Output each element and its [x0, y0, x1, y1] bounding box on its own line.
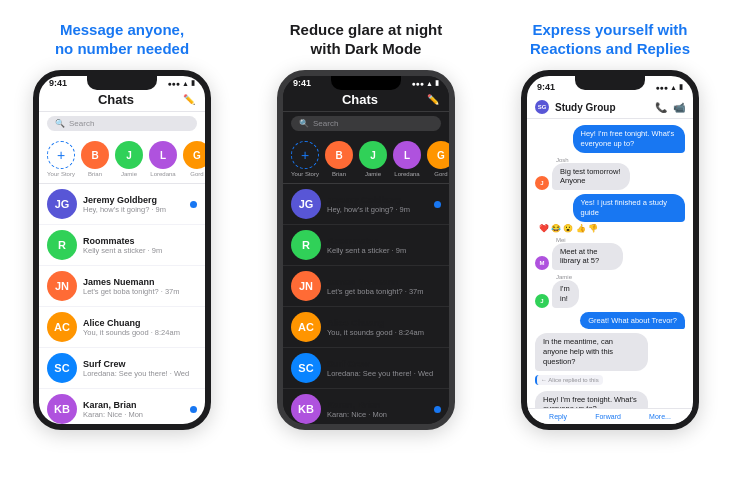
- sender-jamie: Jamie: [552, 274, 588, 280]
- chat-item-alice-dark[interactable]: AC Alice Chuang You, it sounds good · 8:…: [283, 307, 449, 348]
- panel-dark: Reduce glare at nightwith Dark Mode 9:41…: [244, 0, 488, 503]
- unread-dot-karan: [190, 406, 197, 413]
- group-avatar: SG: [535, 100, 549, 114]
- edit-icon[interactable]: ✏️: [183, 94, 195, 105]
- avatar-james: JN: [47, 271, 77, 301]
- bottom-actions: Reply Forward More...: [527, 408, 693, 424]
- chats-header: Chats ✏️: [39, 88, 205, 112]
- chat-item-alice[interactable]: AC Alice Chuang You, it sounds good · 8:…: [39, 307, 205, 348]
- story-your-label-dark: Your Story: [291, 171, 319, 177]
- chat-preview-karan-dark: Karan: Nice · Mon: [327, 410, 428, 419]
- msg-row-1: Hey! I'm free tonight. What's everyone u…: [535, 125, 685, 153]
- avatar-surf: SC: [47, 353, 77, 383]
- avatar-james-dark: JN: [291, 271, 321, 301]
- story-your[interactable]: + Your Story: [47, 141, 75, 177]
- chat-name-james: James Nuemann: [83, 277, 197, 287]
- story-brian-label-dark: Brian: [332, 171, 346, 177]
- story-add-btn-dark[interactable]: +: [291, 141, 319, 169]
- avatar-jeremy: JG: [47, 189, 77, 219]
- story-brian[interactable]: B Brian: [81, 141, 109, 177]
- story-your-dark[interactable]: + Your Story: [291, 141, 319, 177]
- story-avatar-jamie: J: [115, 141, 143, 169]
- avatar-roommates: R: [47, 230, 77, 260]
- chat-preview-roommates: Kelly sent a sticker · 9m: [83, 246, 197, 255]
- search-placeholder-dark: Search: [313, 119, 338, 128]
- msg-row-6: Great! What about Trevor?: [535, 312, 685, 330]
- story-jamie[interactable]: J Jamie: [115, 141, 143, 177]
- chat-name-james-dark: James Nuemann: [327, 277, 441, 287]
- msg-bubble-2: Big test tomorrow! Anyone: [552, 163, 630, 191]
- reaction-bar: ❤️ 😂 😮 👍 👎: [535, 224, 685, 233]
- search-icon-dark: 🔍: [299, 119, 309, 128]
- chat-name-karan-dark: Karan, Brian: [327, 400, 428, 410]
- avatar-roommates-dark: R: [291, 230, 321, 260]
- story-brian-dark[interactable]: B Brian: [325, 141, 353, 177]
- chat-name-roommates-dark: Roommates: [327, 236, 441, 246]
- unread-dot-karan-dark: [434, 406, 441, 413]
- chat-meta-jeremy-dark: [434, 201, 441, 208]
- story-jamie-label: Jamie: [121, 171, 137, 177]
- chat-preview-alice-dark: You, it sounds good · 8:24am: [327, 328, 441, 337]
- chat-item-surf-dark[interactable]: SC Surf Crew Loredana: See you there! · …: [283, 348, 449, 389]
- edit-icon-dark[interactable]: ✏️: [427, 94, 439, 105]
- chat-item-jeremy-dark[interactable]: JG Jeremy Goldberg Hey, how's it going? …: [283, 184, 449, 225]
- chat-meta-karan-dark: [434, 406, 441, 413]
- avatar-josh: J: [535, 176, 549, 190]
- search-bar-light[interactable]: 🔍 Search: [47, 116, 197, 131]
- story-jamie-dark[interactable]: J Jamie: [359, 141, 387, 177]
- chat-item-roommates-dark[interactable]: R Roommates Kelly sent a sticker · 9m: [283, 225, 449, 266]
- chat-name-jeremy: Jeremy Goldberg: [83, 195, 184, 205]
- chat-info-alice-dark: Alice Chuang You, it sounds good · 8:24a…: [327, 318, 441, 337]
- chat-item-jeremy[interactable]: JG Jeremy Goldberg Hey, how's it going? …: [39, 184, 205, 225]
- video-icon[interactable]: 📹: [673, 102, 685, 113]
- story-loredana-label-dark: Loredana: [394, 171, 419, 177]
- chat-item-james[interactable]: JN James Nuemann Let's get boba tonight?…: [39, 266, 205, 307]
- panel-3-caption: Express yourself withReactions and Repli…: [530, 18, 690, 60]
- chat-meta-jeremy: [190, 201, 197, 208]
- story-loredana-dark[interactable]: L Loredana: [393, 141, 421, 177]
- story-gord-label: Gord: [190, 171, 203, 177]
- avatar-jamie-convo: J: [535, 294, 549, 308]
- reply-btn[interactable]: Reply: [549, 413, 567, 420]
- chat-info-james: James Nuemann Let's get boba tonight? · …: [83, 277, 197, 296]
- chat-info-alice: Alice Chuang You, it sounds good · 8:24a…: [83, 318, 197, 337]
- chat-name-roommates: Roommates: [83, 236, 197, 246]
- unread-dot-jeremy-dark: [434, 201, 441, 208]
- story-add-btn[interactable]: +: [47, 141, 75, 169]
- msg-bubble-1: Hey! I'm free tonight. What's everyone u…: [573, 125, 686, 153]
- panel-light: Message anyone,no number needed 9:41 ●●●…: [0, 0, 244, 503]
- story-brian-label: Brian: [88, 171, 102, 177]
- chat-item-karan-dark[interactable]: KB Karan, Brian Karan: Nice · Mon: [283, 389, 449, 430]
- chats-title-dark: Chats: [293, 92, 427, 107]
- group-title: Study Group: [555, 102, 649, 113]
- story-gord[interactable]: G Gord: [183, 141, 211, 177]
- chat-item-james-dark[interactable]: JN James Nuemann Let's get boba tonight?…: [283, 266, 449, 307]
- more-btn[interactable]: More...: [649, 413, 671, 420]
- msg-row-7: In the meantime, can anyone help with th…: [535, 333, 685, 370]
- forward-btn[interactable]: Forward: [595, 413, 621, 420]
- status-icons-dark: ●●●▲▮: [411, 79, 439, 87]
- chat-item-surf[interactable]: SC Surf Crew Loredana: See you there! · …: [39, 348, 205, 389]
- status-icons-convo: ●●●▲▮: [655, 83, 683, 91]
- chat-preview-alice: You, it sounds good · 8:24am: [83, 328, 197, 337]
- phone-icon[interactable]: 📞: [655, 102, 667, 113]
- avatar-surf-dark: SC: [291, 353, 321, 383]
- chat-name-alice-dark: Alice Chuang: [327, 318, 441, 328]
- chat-item-karan[interactable]: KB Karan, Brian Karan: Nice · Mon: [39, 389, 205, 430]
- chat-preview-jeremy: Hey, how's it going? · 9m: [83, 205, 184, 214]
- story-loredana[interactable]: L Loredana: [149, 141, 177, 177]
- status-icons: ●●●▲▮: [167, 79, 195, 87]
- search-icon: 🔍: [55, 119, 65, 128]
- header-action-icons: 📞 📹: [655, 102, 685, 113]
- story-gord-dark[interactable]: G Gord: [427, 141, 455, 177]
- story-avatar-loredana: L: [149, 141, 177, 169]
- chat-info-roommates: Roommates Kelly sent a sticker · 9m: [83, 236, 197, 255]
- chat-name-surf-dark: Surf Crew: [327, 359, 441, 369]
- chat-item-roommates[interactable]: R Roommates Kelly sent a sticker · 9m: [39, 225, 205, 266]
- phone-conversation: 9:41 ●●●▲▮ SG Study Group 📞 📹 Hey! I'm f…: [521, 70, 699, 430]
- msg-row-5: J Jamie I'm in!: [535, 274, 685, 308]
- avatar-jeremy-dark: JG: [291, 189, 321, 219]
- msg-row-3: Yes! I just finished a study guide: [535, 194, 685, 222]
- chat-info-karan-dark: Karan, Brian Karan: Nice · Mon: [327, 400, 428, 419]
- search-bar-dark[interactable]: 🔍 Search: [291, 116, 441, 131]
